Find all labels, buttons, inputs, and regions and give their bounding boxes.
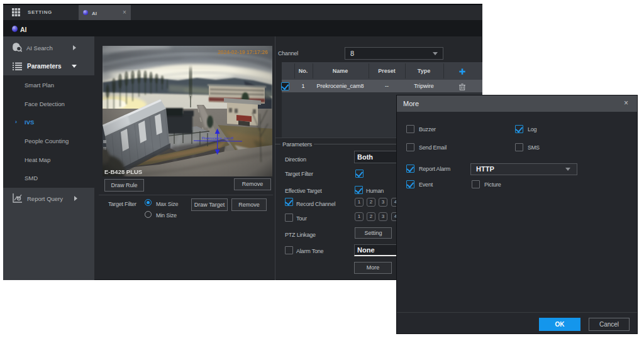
svg-text:2024-02-19 17:17:26: 2024-02-19 17:17:26 [218,49,268,55]
svg-text:Prekrocenie_cam8: Prekrocenie_cam8 [202,136,234,140]
svg-text:E-B428 PLUS: E-B428 PLUS [104,168,142,175]
